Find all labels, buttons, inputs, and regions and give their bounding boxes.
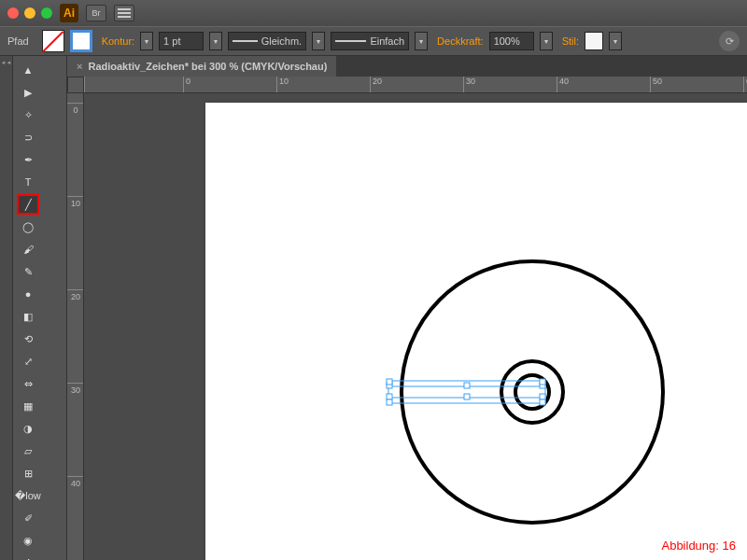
close-tab-icon[interactable]: × [77, 61, 82, 72]
toolbox: ▲ ▶ ✧ ⊃ ✒ T ╱ ◯ 🖌 ✎ ● ◧ ⟲ ⤢ ⇔ ▦ ◑ ▱ ⊞ �l… [13, 56, 67, 560]
tick: 0 [183, 77, 190, 93]
rotate-tool[interactable]: ⟲ [17, 329, 39, 349]
style-label: Stil: [562, 35, 579, 47]
selected-lines[interactable] [387, 379, 545, 405]
maximize-button[interactable] [41, 7, 52, 19]
document-area: × Radioaktiv_Zeichen* bei 300 % (CMYK/Vo… [67, 56, 747, 560]
collapsed-panel-left[interactable] [0, 56, 13, 560]
pen-tool[interactable]: ✒ [17, 149, 39, 170]
opacity-label: Deckkraft: [437, 35, 484, 47]
tab-title: Radioaktiv_Zeichen* bei 300 % (CMYK/Vors… [88, 61, 327, 72]
tick: 0 [67, 103, 84, 115]
pencil-tool[interactable]: ✎ [17, 261, 39, 282]
stroke-weight-input[interactable]: 1 pt [159, 32, 204, 50]
selection-type-label: Pfad [7, 35, 29, 47]
symbol-spray-tool[interactable]: ✲ [17, 553, 39, 560]
svg-rect-9 [387, 379, 392, 385]
outer-circle [402, 261, 663, 523]
arrange-button[interactable] [114, 5, 134, 21]
selection-tool[interactable]: ▲ [17, 60, 39, 80]
shape-builder-tool[interactable]: ◑ [17, 418, 39, 439]
bridge-button[interactable]: Br [86, 5, 106, 21]
workspace: ▲ ▶ ✧ ⊃ ✒ T ╱ ◯ 🖌 ✎ ● ◧ ⟲ ⤢ ⇔ ▦ ◑ ▱ ⊞ �l… [0, 56, 747, 560]
brush-dropdown[interactable] [415, 32, 428, 50]
ruler-horizontal[interactable]: 0 10 20 30 40 50 60 [84, 77, 747, 93]
opacity-dropdown[interactable] [540, 32, 553, 50]
minimize-button[interactable] [24, 7, 35, 19]
sync-icon[interactable]: ⟳ [719, 31, 740, 51]
opacity-input[interactable]: 100% [489, 32, 534, 50]
brush-select[interactable]: Einfach [331, 32, 409, 50]
mesh-tool[interactable]: ⊞ [17, 463, 39, 483]
ellipse-tool[interactable]: ◯ [17, 217, 39, 237]
stroke-label: Kontur: [102, 35, 134, 47]
brush-tool[interactable]: 🖌 [17, 239, 39, 259]
eraser-tool[interactable]: ◧ [17, 306, 39, 327]
tab-bar: × Radioaktiv_Zeichen* bei 300 % (CMYK/Vo… [67, 56, 747, 77]
eyedropper-tool[interactable]: ✐ [17, 508, 39, 528]
stroke-weight-link-icon[interactable] [140, 32, 153, 50]
canvas[interactable]: Abbildung: 16 [84, 93, 747, 560]
app-icon: Ai [60, 4, 78, 22]
svg-rect-6 [464, 394, 470, 399]
close-button[interactable] [7, 7, 19, 19]
figure-caption: Abbildung: 16 [661, 539, 736, 553]
stroke-weight-dropdown[interactable] [209, 32, 222, 50]
tick: 50 [650, 77, 662, 93]
style-swatch[interactable] [585, 32, 603, 50]
fill-swatch[interactable] [42, 30, 64, 52]
stroke-swatch[interactable] [70, 30, 92, 52]
window-controls [7, 7, 52, 19]
tick: 30 [463, 77, 475, 93]
svg-rect-5 [464, 383, 470, 388]
free-transform-tool[interactable]: ▦ [17, 396, 39, 416]
tick: 20 [67, 289, 84, 301]
perspective-tool[interactable]: ▱ [17, 441, 39, 461]
width-tool[interactable]: ⇔ [17, 373, 39, 394]
stroke-profile-dropdown[interactable] [312, 32, 325, 50]
blob-tool[interactable]: ● [17, 284, 39, 304]
svg-rect-8 [540, 394, 545, 399]
tick [84, 77, 87, 93]
svg-rect-11 [387, 399, 392, 405]
tick: 40 [557, 77, 569, 93]
ruler-origin[interactable] [67, 77, 84, 93]
magic-wand-tool[interactable]: ✧ [17, 105, 39, 125]
mid-circle [501, 361, 563, 423]
svg-rect-12 [540, 399, 545, 405]
titlebar: Ai Br [0, 0, 747, 26]
tick: 60 [743, 77, 747, 93]
svg-rect-4 [387, 394, 392, 399]
control-bar: Pfad Kontur: 1 pt Gleichm. Einfach Deckk… [0, 26, 747, 56]
artwork [205, 103, 747, 560]
scale-tool[interactable]: ⤢ [17, 351, 39, 371]
stroke-profile-select[interactable]: Gleichm. [228, 32, 306, 50]
tick: 40 [67, 476, 84, 488]
style-dropdown[interactable] [609, 32, 622, 50]
document-tab[interactable]: × Radioaktiv_Zeichen* bei 300 % (CMYK/Vo… [67, 56, 336, 77]
tick: 30 [67, 383, 84, 395]
lasso-tool[interactable]: ⊃ [17, 127, 39, 147]
svg-rect-10 [540, 379, 545, 385]
direct-selection-tool[interactable]: ▶ [17, 82, 39, 103]
gradient-tool[interactable]: �low [17, 485, 39, 506]
type-tool[interactable]: T [17, 172, 39, 192]
artboard[interactable] [205, 103, 747, 560]
line-tool[interactable]: ╱ [17, 194, 39, 215]
ruler-vertical[interactable]: 0 10 20 30 40 50 [67, 93, 84, 560]
tick: 10 [67, 196, 84, 208]
tick: 10 [276, 77, 289, 93]
blend-tool[interactable]: ◉ [17, 530, 39, 551]
tick: 20 [370, 77, 382, 93]
